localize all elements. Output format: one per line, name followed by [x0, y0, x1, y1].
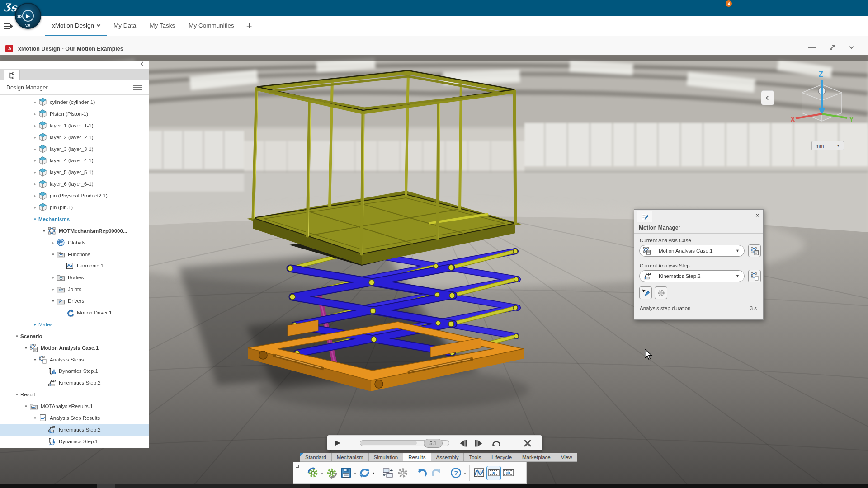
tree-row[interactable]: ▸layer_1 (layer_1-1): [0, 120, 149, 131]
expand-chevron-icon[interactable]: ▸: [32, 158, 38, 163]
ribbon-tab-lifecycle[interactable]: Lifecycle: [486, 453, 517, 462]
flyout-arrow-icon[interactable]: ▴: [372, 471, 376, 475]
step-backward-button[interactable]: [458, 439, 469, 448]
tree-tab[interactable]: [4, 70, 20, 80]
tree-row[interactable]: ▾MOTAnalysisResults.1: [0, 400, 149, 412]
panel-menu-icon[interactable]: [133, 85, 142, 91]
flyout-arrow-icon[interactable]: ▴: [463, 471, 467, 475]
tab-my-tasks[interactable]: My Tasks: [143, 16, 182, 36]
units-dropdown[interactable]: mm ▼: [811, 141, 844, 150]
collapse-chevron-icon[interactable]: ▾: [32, 416, 38, 420]
collapse-chevron-icon[interactable]: ▾: [50, 299, 57, 303]
expand-panel-button[interactable]: [761, 90, 774, 105]
collapse-chevron-icon[interactable]: ▾: [23, 404, 29, 408]
ribbon-tab-tools[interactable]: Tools: [463, 453, 486, 462]
play-animation-button[interactable]: [486, 466, 501, 480]
maximize-button[interactable]: [828, 43, 836, 52]
collapse-panel-icon[interactable]: [141, 62, 145, 66]
ribbon-tab-standard[interactable]: Standard: [300, 453, 331, 462]
tree-row[interactable]: ▸cylinder (cylinder-1): [0, 96, 149, 108]
settings-gear-button[interactable]: [395, 466, 410, 480]
plot-results-button[interactable]: [472, 466, 486, 480]
flyout-arrow-icon[interactable]: ▴: [320, 471, 324, 475]
compass-menu[interactable]: ▶ 3D V.R: [15, 3, 41, 29]
ribbon-tab-mechanism[interactable]: Mechanism: [331, 453, 368, 462]
ribbon-tab-results[interactable]: Results: [403, 453, 430, 462]
help-button[interactable]: [448, 466, 463, 480]
ribbon-tab-marketplace[interactable]: Marketplace: [517, 453, 556, 462]
tree-row[interactable]: ▸pin (pin.1): [0, 202, 149, 213]
expand-chevron-icon[interactable]: ▸: [50, 240, 57, 245]
expand-chevron-icon[interactable]: ▸: [32, 193, 38, 198]
collapse-chevron-icon[interactable]: ▾: [14, 334, 20, 338]
tree-row[interactable]: ▾Scenario: [0, 330, 149, 342]
collapse-chevron-icon[interactable]: ▾: [32, 217, 38, 221]
analysis-case-dropdown[interactable]: Motion Analysis Case.1 ▼: [639, 245, 745, 257]
expand-chevron-icon[interactable]: ▸: [32, 322, 38, 327]
expand-chevron-icon[interactable]: ▸: [50, 287, 57, 291]
tree-row[interactable]: ▸layer_2 (layer_2-1): [0, 131, 149, 143]
simulation-settings-button[interactable]: [655, 286, 667, 299]
generate-results-button[interactable]: [324, 466, 339, 480]
flyout-arrow-icon[interactable]: ▴: [353, 471, 357, 475]
tree-row[interactable]: Kinematics Step.2: [0, 424, 149, 436]
collapse-chevron-icon[interactable]: ▾: [23, 346, 29, 350]
add-tab-button[interactable]: +: [241, 16, 258, 36]
minimize-button[interactable]: [808, 47, 816, 48]
ribbon-tab-view[interactable]: View: [556, 453, 578, 462]
compute-simulation-button[interactable]: [306, 466, 320, 480]
tab-my-communities[interactable]: My Communities: [182, 16, 241, 36]
tree-row[interactable]: Motion Driver.1: [0, 307, 149, 319]
tree-row[interactable]: ▾Analysis Step Results: [0, 412, 149, 424]
tree-row[interactable]: ▾Result: [0, 389, 149, 400]
tree-row[interactable]: ▸layer_4 (layer_4-1): [0, 155, 149, 166]
tree-row[interactable]: ▸Mates: [0, 319, 149, 330]
tree-row[interactable]: ▸layer_3 (layer_3-1): [0, 143, 149, 155]
tree-row[interactable]: ▾Drivers: [0, 295, 149, 307]
tree-row[interactable]: Dynamics Step.1: [0, 436, 149, 447]
step-forward-button[interactable]: [473, 439, 485, 448]
3ds-logo[interactable]: Ʒs: [4, 1, 17, 14]
probe-button[interactable]: [639, 286, 652, 299]
collapse-chevron-icon[interactable]: ▾: [14, 392, 20, 397]
tree-row[interactable]: ▾Analysis Steps: [0, 354, 149, 366]
import-export-button[interactable]: [381, 466, 395, 480]
expand-chevron-icon[interactable]: ▸: [32, 100, 38, 104]
collapse-chevron-icon[interactable]: ▾: [32, 357, 38, 362]
tree-row[interactable]: ▸pin (Physical Product2.1): [0, 190, 149, 202]
tree-row[interactable]: Dynamics Step.1: [0, 365, 149, 377]
ribbon-tab-assembly[interactable]: Assembly: [431, 453, 464, 462]
tab-my-data[interactable]: My Data: [107, 16, 143, 36]
update-sync-button[interactable]: [357, 466, 372, 480]
close-icon[interactable]: ×: [755, 211, 760, 220]
tab-xmotion-design[interactable]: xMotion Design: [45, 16, 107, 36]
tree-row[interactable]: ▸Bodies: [0, 272, 149, 283]
save-button[interactable]: [339, 466, 353, 480]
expand-chevron-icon[interactable]: ▸: [32, 135, 38, 140]
tree-row[interactable]: ▾MOTMechanismRep00000...: [0, 225, 149, 237]
loop-button[interactable]: [490, 439, 503, 448]
expand-chevron-icon[interactable]: ▸: [32, 170, 38, 174]
expand-chevron-icon[interactable]: ▸: [32, 182, 38, 186]
tree-row[interactable]: Harmonic.1: [0, 260, 149, 272]
collapse-chevron-icon[interactable]: ▾: [50, 252, 57, 257]
redo-button[interactable]: [429, 466, 443, 480]
tree-row[interactable]: ▾Mechanisms: [0, 213, 149, 225]
tree-row[interactable]: ▸Joints: [0, 283, 149, 295]
timeline-slider[interactable]: 5.1: [360, 440, 449, 446]
collapse-chevron-icon[interactable]: ▾: [41, 229, 47, 233]
export-animation-button[interactable]: [501, 466, 515, 480]
tree-row[interactable]: ▾Functions: [0, 249, 149, 260]
expand-chevron-icon[interactable]: ▸: [32, 112, 38, 116]
motion-manager-tab[interactable]: [637, 211, 652, 222]
slider-thumb[interactable]: 5.1: [424, 439, 443, 448]
expand-chevron-icon[interactable]: ▸: [32, 147, 38, 151]
tree-row[interactable]: ▸Piston (Piston-1): [0, 108, 149, 120]
collapse-ribbon-button[interactable]: [293, 462, 303, 483]
ribbon-tab-simulation[interactable]: Simulation: [368, 453, 403, 462]
panel-toggle-icon[interactable]: [4, 23, 15, 32]
expand-chevron-icon[interactable]: ▸: [50, 275, 57, 280]
close-playback-button[interactable]: [523, 438, 533, 448]
analysis-step-dropdown[interactable]: Kinematics Step.2 ▼: [639, 270, 745, 282]
tree-row[interactable]: ▾Motion Analysis Case.1: [0, 342, 149, 354]
